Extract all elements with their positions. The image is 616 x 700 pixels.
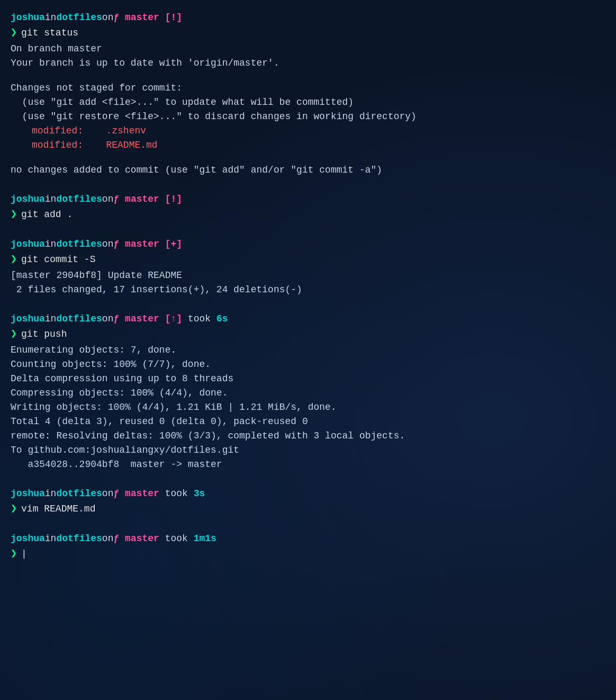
output-counting-objects: Counting objects: 100% (7/7), done. — [11, 357, 605, 372]
command-line-3[interactable]: ❯ git commit -S — [11, 252, 605, 267]
prompt-5: joshua in dotfiles on ƒ master took 3s — [11, 487, 605, 501]
branch-4: master — [125, 312, 159, 326]
command-line-5[interactable]: ❯ vim README.md — [11, 501, 605, 517]
command-5: vim README.md — [21, 502, 95, 516]
branch-1: master — [125, 11, 159, 25]
prompt-1: joshua in dotfiles on ƒ master [!] — [11, 11, 605, 25]
output-writing-objects: Writing objects: 100% (4/4), 1.21 KiB | … — [11, 400, 605, 415]
directory-4: dotfiles — [56, 312, 102, 326]
command-3: git commit -S — [21, 253, 95, 267]
output-on-branch: On branch master — [11, 42, 605, 56]
output-commit-hash: [master 2904bf8] Update README — [11, 268, 605, 283]
took-time-6: 1m1s — [194, 532, 216, 546]
prompt-char-2: ❯ — [11, 207, 17, 222]
directory-5: dotfiles — [56, 487, 102, 501]
status-badge-3: [+] — [165, 237, 182, 252]
terminal: joshua in dotfiles on ƒ master [!] ❯ git… — [11, 11, 605, 562]
directory-3: dotfiles — [56, 237, 102, 252]
branch-2: master — [125, 192, 159, 207]
git-icon-6: ƒ — [113, 532, 119, 546]
output-no-changes: no changes added to commit (use "git add… — [11, 163, 605, 177]
command-4: git push — [21, 327, 67, 342]
output-use-add: (use "git add <file>..." to update what … — [11, 95, 605, 110]
block-git-add: joshua in dotfiles on ƒ master [!] ❯ git… — [11, 192, 605, 222]
output-remote-resolving: remote: Resolving deltas: 100% (3/3), co… — [11, 429, 605, 443]
prompt-char-6: ❯ — [11, 546, 17, 562]
prompt-char-1: ❯ — [11, 25, 17, 41]
directory-1: dotfiles — [56, 11, 102, 25]
output-delta-compression: Delta compression using up to 8 threads — [11, 372, 605, 386]
directory-6: dotfiles — [56, 532, 102, 546]
block-git-status: joshua in dotfiles on ƒ master [!] ❯ git… — [11, 11, 605, 177]
command-line-6[interactable]: ❯ | — [11, 546, 605, 562]
block-git-push: joshua in dotfiles on ƒ master [↑] took … — [11, 312, 605, 472]
output-files-changed: 2 files changed, 17 insertions(+), 24 de… — [11, 283, 605, 297]
prompt-6: joshua in dotfiles on ƒ master took 1m1s — [11, 532, 605, 546]
branch-3: master — [125, 237, 159, 252]
git-icon-3: ƒ — [113, 237, 119, 252]
directory-2: dotfiles — [56, 192, 102, 207]
prompt-2: joshua in dotfiles on ƒ master [!] — [11, 192, 605, 207]
status-badge-4: [↑] — [165, 312, 182, 326]
output-use-restore: (use "git restore <file>..." to discard … — [11, 110, 605, 124]
block-git-commit: joshua in dotfiles on ƒ master [+] ❯ git… — [11, 237, 605, 297]
took-time-5: 3s — [194, 487, 205, 501]
cursor-6: | — [21, 547, 27, 561]
git-icon-1: ƒ — [113, 11, 119, 25]
status-badge-1: [!] — [165, 11, 182, 25]
username-4: joshua — [11, 312, 45, 326]
command-line-1[interactable]: ❯ git status — [11, 25, 605, 41]
username-6: joshua — [11, 532, 45, 546]
command-line-4[interactable]: ❯ git push — [11, 326, 605, 342]
git-icon-4: ƒ — [113, 312, 119, 326]
git-icon-2: ƒ — [113, 192, 119, 207]
username-3: joshua — [11, 237, 45, 252]
command-line-2[interactable]: ❯ git add . — [11, 207, 605, 222]
took-time-4: 6s — [216, 312, 228, 326]
branch-6: master — [125, 532, 159, 546]
git-icon-5: ƒ — [113, 487, 119, 501]
branch-5: master — [125, 487, 159, 501]
output-total: Total 4 (delta 3), reused 0 (delta 0), p… — [11, 415, 605, 429]
output-up-to-date: Your branch is up to date with 'origin/m… — [11, 56, 605, 70]
username-1: joshua — [11, 11, 45, 25]
output-compressing-objects: Compressing objects: 100% (4/4), done. — [11, 386, 605, 400]
modified-zshenv: modified: .zshenv — [11, 124, 605, 138]
output-to-github: To github.com:joshualiangxy/dotfiles.git — [11, 443, 605, 457]
username-5: joshua — [11, 487, 45, 501]
prompt-4: joshua in dotfiles on ƒ master [↑] took … — [11, 312, 605, 326]
prompt-char-5: ❯ — [11, 501, 17, 517]
output-changes-not-staged: Changes not staged for commit: — [11, 81, 605, 95]
output-push-ref: a354028..2904bf8 master -> master — [11, 457, 605, 472]
status-badge-2: [!] — [165, 192, 182, 207]
prompt-3: joshua in dotfiles on ƒ master [+] — [11, 237, 605, 252]
username-2: joshua — [11, 192, 45, 207]
command-2: git add . — [21, 208, 73, 222]
prompt-char-4: ❯ — [11, 326, 17, 342]
block-final: joshua in dotfiles on ƒ master took 1m1s… — [11, 532, 605, 562]
prompt-char-3: ❯ — [11, 252, 17, 267]
block-vim: joshua in dotfiles on ƒ master took 3s ❯… — [11, 487, 605, 517]
modified-readme: modified: README.md — [11, 138, 605, 152]
command-1: git status — [21, 26, 78, 40]
output-enum-objects: Enumerating objects: 7, done. — [11, 343, 605, 357]
